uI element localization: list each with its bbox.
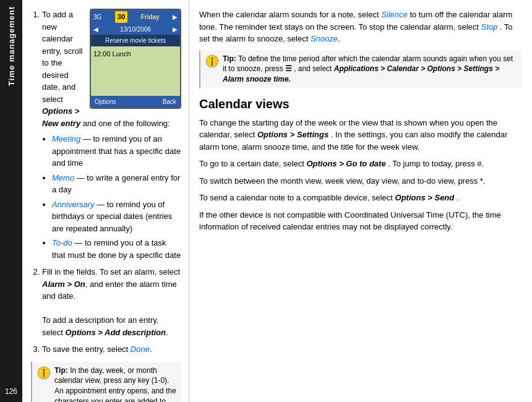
phone-event-bar: Reserve movie tickets	[91, 35, 180, 46]
para5: If the other device is not compatible wi…	[199, 209, 522, 233]
phone-nav-right: ▶	[173, 12, 178, 22]
step1-intro: To add a new calendar entry, scroll to t…	[42, 10, 83, 104]
phone-body: 12:00 Lunch	[91, 46, 180, 96]
step2-text: Fill in the fields. To set an alarm, sel…	[42, 267, 180, 276]
bullet-todo: To-do — to remind you of a task that mus…	[52, 237, 181, 261]
main-content: 3G 30 Friday ▶ ◀ 13/10/2006 ▶ Reserve mo…	[22, 0, 532, 402]
phone-screenshot: 3G 30 Friday ▶ ◀ 13/10/2006 ▶ Reserve mo…	[90, 9, 181, 109]
bullet-memo: Memo — to write a general entry for a da…	[52, 172, 181, 196]
alarm-paragraph: When the calendar alarm sounds for a not…	[199, 9, 522, 45]
svg-point-4	[212, 57, 213, 59]
phone-options: Options	[95, 97, 116, 106]
phone-header: 3G 30 Friday ▶	[91, 10, 180, 24]
add-desc-period: .	[166, 328, 168, 337]
silence-word: Silence	[381, 10, 408, 19]
step2-alarm-on: Alarm > On	[42, 280, 85, 289]
right-tip-box: Tip: To define the time period after whi…	[199, 50, 522, 88]
right-tip-text2: , and select	[294, 64, 332, 73]
phone-screen: 3G 30 Friday ▶ ◀ 13/10/2006 ▶ Reserve mo…	[90, 9, 181, 109]
right-tip-text: Tip: To define the time period after whi…	[223, 54, 517, 85]
para4: To send a calendar note to a compatible …	[199, 192, 522, 204]
para4-text: To send a calendar note to a compatible …	[199, 193, 393, 202]
para1-option: Options > Settings	[257, 130, 328, 139]
left-tip-box: Tip: In the day, week, or month calendar…	[31, 362, 181, 403]
para3-text: To switch between the month view, week v…	[199, 176, 485, 186]
para4-option: Options > Send	[395, 193, 455, 202]
phone-nav-left: ◀	[93, 25, 98, 34]
phone-day: Friday	[141, 12, 160, 22]
phone-footer: Options Back	[91, 96, 180, 108]
step1-options-new: Options > New entry	[42, 106, 80, 128]
para2-text2: . To jump to today, press #.	[388, 159, 484, 168]
done-word: Done	[131, 344, 150, 354]
para3: To switch between the month view, week v…	[199, 175, 522, 187]
meeting-term: Meeting	[52, 134, 80, 143]
sidebar: Time management 126	[0, 0, 22, 402]
para5-text: If the other device is not compatible wi…	[199, 210, 501, 232]
bullet-meeting: Meeting — to remind you of an appointmen…	[52, 133, 181, 169]
left-tip-body: In the day, week, or month calendar view…	[54, 366, 176, 403]
phone-signal: 3G	[93, 12, 101, 22]
left-tip-text: Tip: In the day, week, or month calendar…	[54, 366, 176, 403]
phone-lunch-time: 12:00	[93, 50, 111, 58]
para2-text: To go to a certain date, select	[199, 159, 304, 168]
add-desc-option: Options > Add description	[66, 328, 166, 337]
para2-option: Options > Go to date	[306, 159, 385, 168]
right-tip-icon	[205, 54, 219, 68]
phone-nav-right2: ▶	[173, 25, 178, 34]
phone-date-row: ◀ 13/10/2006 ▶	[91, 24, 180, 35]
tip-icon	[37, 366, 51, 380]
phone-date-full: 13/10/2006	[120, 25, 151, 34]
right-tip-symbol: ☰	[285, 64, 292, 73]
stop-word: Stop	[481, 22, 498, 32]
right-tip-label: Tip:	[223, 54, 236, 63]
svg-point-1	[43, 369, 45, 370]
phone-event: Reserve movie tickets	[105, 37, 166, 44]
todo-term: To-do	[52, 238, 72, 247]
para1: To change the starting day of the week o…	[199, 117, 522, 153]
left-panel: 3G 30 Friday ▶ ◀ 13/10/2006 ▶ Reserve mo…	[22, 0, 189, 402]
phone-back: Back	[163, 97, 176, 106]
phone-date-num: 30	[115, 11, 127, 23]
memo-term: Memo	[52, 173, 74, 182]
step-2: Fill in the fields. To set an alarm, sel…	[42, 266, 181, 338]
alarm-text1: When the calendar alarm sounds for a not…	[199, 10, 379, 19]
step3-text: To save the entry, select	[42, 344, 128, 354]
phone-lunch-label: Lunch	[113, 50, 131, 58]
sidebar-title: Time management	[7, 6, 16, 86]
para2: To go to a certain date, select Options …	[199, 158, 522, 170]
right-panel: When the calendar alarm sounds for a not…	[189, 0, 532, 402]
left-tip-label: Tip:	[54, 366, 68, 375]
bullet-anniversary: Anniversary — to remind you of birthdays…	[52, 199, 181, 235]
page-number: 126	[5, 387, 17, 396]
anniversary-term: Anniversary	[52, 200, 95, 209]
calendar-views-heading: Calendar views	[199, 95, 522, 113]
step-3: To save the entry, select Done.	[42, 343, 181, 356]
para4-text2: .	[457, 193, 459, 202]
snooze-word: Snooze	[311, 34, 338, 43]
entry-types-list: Meeting — to remind you of an appointmen…	[42, 133, 181, 261]
phone-lunch-entry: 12:00 Lunch	[93, 49, 178, 59]
step1-intro2: and one of the following:	[83, 119, 170, 128]
